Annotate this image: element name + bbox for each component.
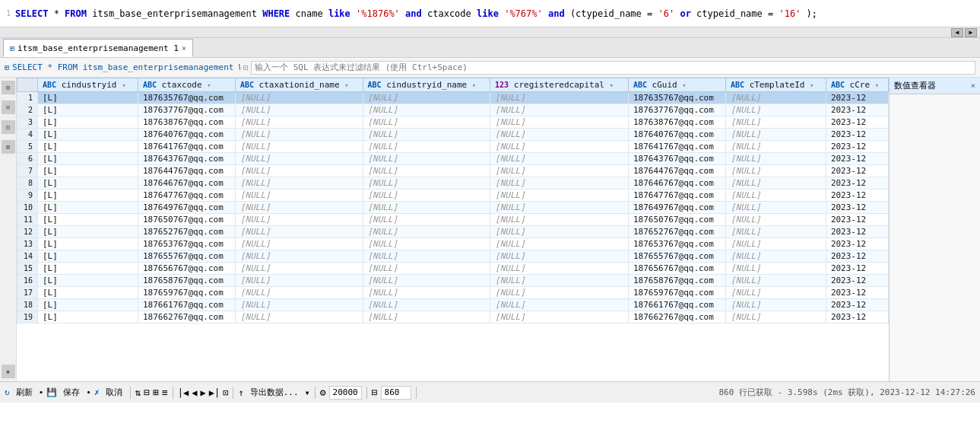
page-more-icon[interactable]: ⊡ — [223, 387, 228, 398]
table-cell: 187647767@qq.com — [138, 190, 235, 202]
table-cell: [NULL] — [725, 311, 826, 323]
table-row[interactable]: 9[L]187647767@qq.com[NULL][NULL][NULL]18… — [17, 190, 889, 202]
table-row[interactable]: 12[L]187652767@qq.com[NULL][NULL][NULL]1… — [17, 226, 889, 238]
table-row[interactable]: 11[L]187650767@qq.com[NULL][NULL][NULL]1… — [17, 214, 889, 226]
sidebar-icon-list[interactable]: ≡ — [2, 100, 15, 114]
table-cell: 187644767@qq.com — [138, 165, 235, 177]
table-row[interactable]: 4[L]187640767@qq.com[NULL][NULL][NULL]18… — [17, 129, 889, 141]
scroll-right-btn[interactable]: ▶ — [965, 28, 977, 37]
last-page-icon[interactable]: ▶| — [209, 387, 220, 398]
table-cell: 5 — [17, 141, 38, 153]
table-cell: [NULL] — [363, 287, 490, 299]
sql-text[interactable]: SELECT * FROM itsm_base_enterprisemanage… — [15, 8, 974, 19]
table-cell: [NULL] — [725, 104, 826, 116]
data-grid-container[interactable]: ABC cindustryid ▾ ABC ctaxcode ▾ ABC cta… — [17, 78, 889, 381]
table-row[interactable]: 1[L]187635767@qq.com[NULL][NULL][NULL]18… — [17, 92, 889, 104]
table-cell: 2023-12 — [826, 202, 888, 214]
table-row[interactable]: 15[L]187656767@qq.com[NULL][NULL][NULL]1… — [17, 263, 889, 275]
table-cell: [NULL] — [363, 116, 490, 129]
table-cell: [NULL] — [363, 153, 490, 165]
table-cell: [NULL] — [235, 116, 363, 129]
table-row[interactable]: 16[L]187658767@qq.com[NULL][NULL][NULL]1… — [17, 275, 889, 287]
table-row[interactable]: 17[L]187659767@qq.com[NULL][NULL][NULL]1… — [17, 287, 889, 299]
table-cell: [NULL] — [490, 190, 629, 202]
columns-icon: ≡ — [162, 387, 168, 398]
tab-close-btn[interactable]: × — [182, 44, 186, 53]
sidebar-icon-grid[interactable]: ⊞ — [2, 81, 15, 94]
table-cell: 187658767@qq.com — [628, 275, 725, 287]
table-cell: [NULL] — [725, 250, 826, 263]
table-row[interactable]: 18[L]187661767@qq.com[NULL][NULL][NULL]1… — [17, 299, 889, 311]
col-header-cguid[interactable]: ABC cGuid ▾ — [628, 78, 725, 92]
table-cell: 187662767@qq.com — [138, 311, 235, 323]
table-row[interactable]: 7[L]187644767@qq.com[NULL][NULL][NULL]18… — [17, 165, 889, 177]
table-cell: 187638767@qq.com — [628, 116, 725, 129]
table-cell: 16 — [17, 275, 38, 287]
table-cell: [NULL] — [363, 141, 490, 153]
table-cell: [L] — [37, 92, 138, 104]
table-row[interactable]: 2[L]187637767@qq.com[NULL][NULL][NULL]18… — [17, 104, 889, 116]
sort-icon: ⇅ — [135, 387, 141, 398]
next-page-icon[interactable]: ▶ — [201, 387, 206, 398]
sidebar-icon-sort[interactable]: ⊠ — [2, 140, 15, 154]
sql-keyword-where: WHERE — [262, 8, 290, 19]
table-cell: 17 — [17, 287, 38, 299]
col-header-rownum — [17, 78, 38, 92]
col-header-ctemplateid[interactable]: ABC cTemplateId ▾ — [725, 78, 826, 92]
table-cell: [NULL] — [235, 202, 363, 214]
table-cell: [NULL] — [725, 238, 826, 250]
filter-bar: ⊞ SELECT * FROM itsm_base_enterprisemana… — [0, 58, 980, 78]
table-cell: [L] — [37, 250, 138, 263]
table-cell: 187659767@qq.com — [138, 287, 235, 299]
table-row[interactable]: 14[L]187655767@qq.com[NULL][NULL][NULL]1… — [17, 250, 889, 263]
table-cell: 2023-12 — [826, 238, 888, 250]
col-header-cindustryid[interactable]: ABC cindustryid ▾ — [37, 78, 138, 92]
table-cell: 4 — [17, 129, 38, 141]
table-cell: [NULL] — [235, 190, 363, 202]
col-header-ctaxcode[interactable]: ABC ctaxcode ▾ — [138, 78, 235, 92]
cancel-btn[interactable]: 取消 — [103, 386, 125, 399]
table-cell: [L] — [37, 287, 138, 299]
sql-editor[interactable]: 1 SELECT * FROM itsm_base_enterprisemana… — [0, 0, 980, 27]
table-cell: [NULL] — [490, 177, 629, 190]
table-cell: 187650767@qq.com — [138, 214, 235, 226]
refresh-btn[interactable]: 刷新 — [13, 386, 36, 399]
settings-icon: ⚙ — [320, 387, 326, 398]
table-row[interactable]: 3[L]187638767@qq.com[NULL][NULL][NULL]18… — [17, 116, 889, 129]
table-cell: 2023-12 — [826, 250, 888, 263]
table-cell: 1 — [17, 92, 38, 104]
table-cell: 2 — [17, 104, 38, 116]
table-cell: 2023-12 — [826, 92, 888, 104]
col-header-cindustryid-name[interactable]: ABC cindustryid_name ▾ — [363, 78, 490, 92]
limit-count-input[interactable]: 20000 — [329, 386, 362, 400]
table-cell: [NULL] — [725, 263, 826, 275]
table-cell: 187643767@qq.com — [138, 153, 235, 165]
sidebar-icon-bottom[interactable]: ◈ — [2, 365, 15, 378]
value-inspector-close-btn[interactable]: × — [970, 81, 975, 91]
table-row[interactable]: 8[L]187646767@qq.com[NULL][NULL][NULL]18… — [17, 177, 889, 190]
export-dropdown-icon[interactable]: ▾ — [305, 387, 310, 398]
tab-result[interactable]: ⊞ itsm_base_enterprisemanagement 1 × — [3, 39, 193, 57]
table-row[interactable]: 5[L]187641767@qq.com[NULL][NULL][NULL]18… — [17, 141, 889, 153]
filter-input[interactable] — [251, 61, 975, 75]
save-btn[interactable]: 保存 — [60, 386, 83, 399]
col-header-ctaxationid-name[interactable]: ABC ctaxationid_name ▾ — [235, 78, 363, 92]
table-cell: [NULL] — [235, 153, 363, 165]
table-row[interactable]: 10[L]187649767@qq.com[NULL][NULL][NULL]1… — [17, 202, 889, 214]
table-row[interactable]: 19[L]187662767@qq.com[NULL][NULL][NULL]1… — [17, 311, 889, 323]
scroll-left-btn[interactable]: ◀ — [951, 28, 963, 37]
sidebar-icon-filter[interactable]: ⊡ — [2, 120, 15, 134]
table-cell: [NULL] — [235, 299, 363, 311]
col-header-ccre[interactable]: ABC cCre ▾ — [826, 78, 888, 92]
table-cell: 187649767@qq.com — [628, 202, 725, 214]
export-btn[interactable]: 导出数据... — [247, 386, 302, 399]
first-page-icon[interactable]: |◀ — [178, 387, 189, 398]
table-cell: [L] — [37, 226, 138, 238]
table-cell: 187641767@qq.com — [628, 141, 725, 153]
table-row[interactable]: 6[L]187643767@qq.com[NULL][NULL][NULL]18… — [17, 153, 889, 165]
table-cell: 7 — [17, 165, 38, 177]
table-cell: [NULL] — [490, 287, 629, 299]
col-header-cregisteredcapital[interactable]: 123 cregisteredcapital ▾ — [490, 78, 629, 92]
table-row[interactable]: 13[L]187653767@qq.com[NULL][NULL][NULL]1… — [17, 238, 889, 250]
prev-page-icon[interactable]: ◀ — [192, 387, 197, 398]
